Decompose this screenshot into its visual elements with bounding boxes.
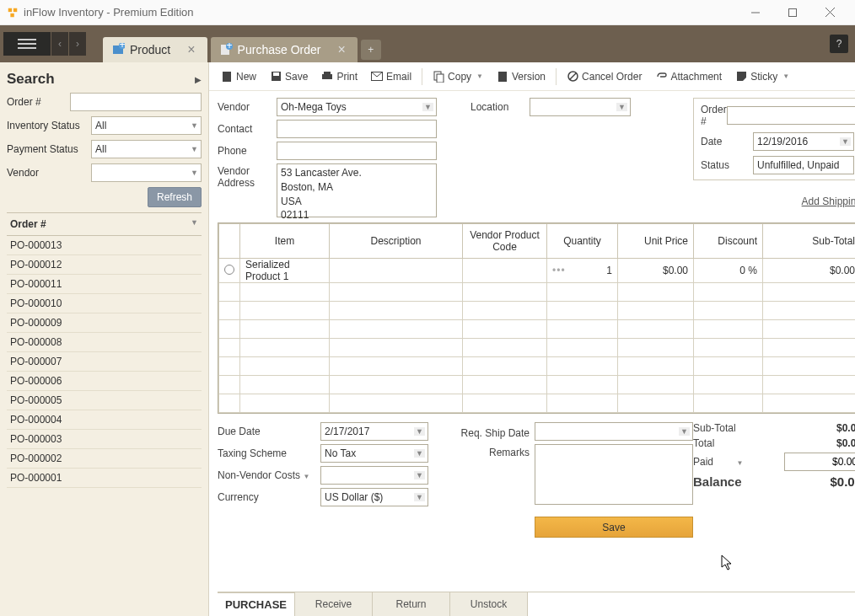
- paid-label: Paid ▼: [693, 456, 743, 468]
- cancel-order-button[interactable]: Cancel Order: [562, 68, 647, 85]
- sort-icon[interactable]: ▼: [191, 218, 198, 230]
- row-select-radio[interactable]: [224, 265, 234, 275]
- search-vendor-select[interactable]: ▼: [91, 163, 202, 182]
- list-item[interactable]: PO-000005: [7, 391, 202, 410]
- refresh-button[interactable]: Refresh: [148, 187, 202, 207]
- col-subtotal: Sub-Total: [763, 224, 856, 259]
- ellipsis-icon[interactable]: •••: [552, 265, 566, 276]
- currency-select[interactable]: US Dollar ($)▼: [320, 488, 428, 506]
- nav-back-button[interactable]: ‹: [51, 32, 68, 56]
- remarks-input[interactable]: [535, 444, 693, 505]
- tab-strip: ‹ › + Product × + Purchase Order × + ?: [0, 25, 855, 62]
- version-icon: [497, 71, 508, 83]
- order-date-input[interactable]: 12/19/2016▼: [753, 132, 854, 151]
- req-ship-date-input[interactable]: ▼: [535, 422, 693, 441]
- table-row[interactable]: [219, 302, 856, 320]
- search-inventory-status-select[interactable]: All▼: [91, 116, 202, 135]
- list-item[interactable]: PO-000001: [7, 469, 202, 488]
- list-item[interactable]: PO-000003: [7, 430, 202, 449]
- menu-button[interactable]: [3, 32, 51, 56]
- list-item[interactable]: PO-000013: [7, 236, 202, 255]
- list-item[interactable]: PO-000009: [7, 313, 202, 333]
- tab-close-icon[interactable]: ×: [187, 42, 195, 57]
- phone-input[interactable]: [277, 142, 437, 160]
- list-item[interactable]: PO-000004: [7, 410, 202, 430]
- tab-purchase-order[interactable]: + Purchase Order ×: [211, 37, 358, 62]
- copy-button[interactable]: Copy▼: [428, 68, 488, 85]
- collapse-icon[interactable]: ▶: [195, 75, 202, 84]
- vendor-label: Vendor: [218, 101, 277, 113]
- close-button[interactable]: [811, 1, 848, 24]
- cell-vendor-code[interactable]: [463, 259, 547, 283]
- table-row[interactable]: Serialized Product 1 •••1 $0.00 0 % $0.0…: [219, 259, 856, 283]
- table-row[interactable]: [219, 394, 856, 413]
- question-icon: ?: [836, 38, 842, 50]
- tab-purchase[interactable]: PURCHASE: [218, 592, 295, 616]
- list-item[interactable]: PO-000006: [7, 372, 202, 391]
- chevron-down-icon: ▼: [191, 121, 198, 130]
- cell-unit-price[interactable]: $0.00: [618, 259, 694, 283]
- chevron-down-icon[interactable]: ▼: [303, 473, 309, 480]
- attachment-button[interactable]: Attachment: [650, 68, 727, 85]
- plus-icon: +: [368, 44, 374, 56]
- table-row[interactable]: [219, 376, 856, 394]
- table-row[interactable]: [219, 357, 856, 376]
- select-value: All: [95, 120, 106, 131]
- taxing-scheme-select[interactable]: No Tax▼: [320, 444, 428, 463]
- col-discount: Discount: [694, 224, 763, 259]
- order-status-value: Unfulfilled, Unpaid: [753, 156, 854, 174]
- location-select[interactable]: ▼: [530, 98, 631, 116]
- order-number-label: Order #: [701, 104, 727, 127]
- table-row[interactable]: [219, 320, 856, 339]
- vendor-select[interactable]: Oh-Mega Toys▼: [277, 98, 437, 116]
- table-row[interactable]: [219, 283, 856, 302]
- save-order-button[interactable]: Save: [535, 517, 693, 538]
- cell-description[interactable]: [330, 259, 463, 283]
- new-button[interactable]: New: [216, 68, 261, 85]
- tab-receive[interactable]: Receive: [295, 592, 373, 616]
- cell-quantity[interactable]: •••1: [547, 259, 618, 283]
- total-value: $0.00: [836, 437, 855, 449]
- cell-item[interactable]: Serialized Product 1: [240, 259, 330, 283]
- list-item[interactable]: PO-000007: [7, 352, 202, 372]
- tab-return[interactable]: Return: [373, 592, 450, 616]
- minimize-button[interactable]: [737, 1, 774, 24]
- list-item[interactable]: PO-000011: [7, 275, 202, 294]
- paid-input[interactable]: [784, 453, 855, 471]
- add-shipping-link[interactable]: Add Shipping: [802, 196, 855, 207]
- vendor-address-input[interactable]: 53 Lancaster Ave. Boston, MA USA 02111: [277, 163, 437, 217]
- save-button[interactable]: Save: [265, 68, 313, 85]
- help-button[interactable]: ?: [830, 35, 848, 53]
- cell-discount[interactable]: 0 %: [694, 259, 763, 283]
- col-unit-price: Unit Price: [618, 224, 694, 259]
- version-button[interactable]: Version: [492, 68, 551, 85]
- list-item[interactable]: PO-000002: [7, 449, 202, 469]
- order-number-input[interactable]: [727, 106, 855, 125]
- nonvendor-costs-select[interactable]: ▼: [320, 466, 428, 485]
- tab-close-icon[interactable]: ×: [337, 42, 345, 57]
- svg-line-26: [569, 73, 576, 80]
- tab-unstock[interactable]: Unstock: [450, 592, 528, 616]
- new-tab-button[interactable]: +: [361, 40, 381, 60]
- search-order-input[interactable]: [70, 93, 202, 111]
- balance-label: Balance: [693, 474, 742, 489]
- contact-label: Contact: [218, 123, 277, 135]
- due-date-input[interactable]: 2/17/2017▼: [320, 422, 428, 441]
- email-button[interactable]: Email: [366, 68, 417, 85]
- list-item[interactable]: PO-000012: [7, 255, 202, 275]
- table-row[interactable]: [219, 339, 856, 357]
- contact-input[interactable]: [277, 120, 437, 138]
- list-item[interactable]: PO-000008: [7, 333, 202, 352]
- nav-forward-button[interactable]: ›: [69, 32, 86, 56]
- line-items-table: Item Description Vendor Product Code Qua…: [218, 222, 855, 414]
- chevron-down-icon[interactable]: ▼: [736, 459, 743, 467]
- maximize-button[interactable]: [774, 1, 811, 24]
- list-item[interactable]: PO-000010: [7, 294, 202, 313]
- print-button[interactable]: Print: [316, 68, 363, 85]
- svg-rect-0: [8, 8, 12, 11]
- svg-rect-18: [273, 72, 279, 76]
- chevron-right-icon: ›: [76, 38, 79, 50]
- sticky-button[interactable]: Sticky▼: [730, 68, 794, 85]
- search-payment-status-select[interactable]: All▼: [91, 140, 202, 158]
- tab-product[interactable]: + Product ×: [103, 37, 207, 62]
